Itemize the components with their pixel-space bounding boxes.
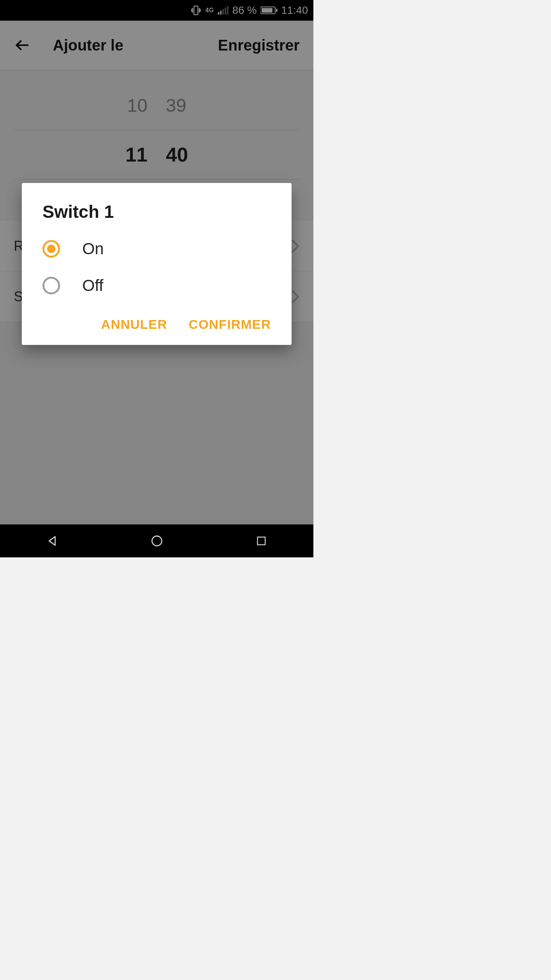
radio-icon xyxy=(42,277,60,294)
nav-back-button[interactable] xyxy=(41,529,64,552)
radio-option-off[interactable]: Off xyxy=(22,267,292,304)
nav-recent-button[interactable] xyxy=(250,529,273,552)
svg-point-9 xyxy=(152,536,162,546)
radio-label: On xyxy=(82,240,104,258)
dialog-actions: ANNULER CONFIRMER xyxy=(22,304,292,332)
triangle-back-icon xyxy=(46,534,59,547)
cancel-button[interactable]: ANNULER xyxy=(101,317,167,332)
dialog-title: Switch 1 xyxy=(22,201,292,230)
svg-rect-10 xyxy=(258,537,265,545)
android-nav-bar xyxy=(0,524,313,557)
switch-dialog: Switch 1 On Off ANNULER CONFIRMER xyxy=(22,183,292,345)
radio-option-on[interactable]: On xyxy=(22,230,292,267)
circle-home-icon xyxy=(150,534,163,547)
confirm-button[interactable]: CONFIRMER xyxy=(189,317,271,332)
nav-home-button[interactable] xyxy=(145,529,168,552)
square-recent-icon xyxy=(256,535,267,547)
radio-icon xyxy=(42,240,60,258)
radio-label: Off xyxy=(82,276,103,295)
